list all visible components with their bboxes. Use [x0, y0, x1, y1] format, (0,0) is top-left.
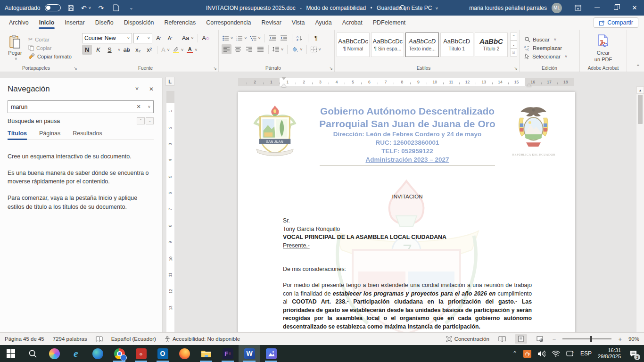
bullets-button[interactable]: ˅ [222, 33, 234, 43]
undo-dropdown-icon[interactable]: ˅ [89, 6, 91, 10]
zoom-slider[interactable] [562, 338, 611, 339]
tray-java-icon[interactable] [523, 350, 531, 358]
clear-search-icon[interactable]: ✕ [137, 104, 141, 110]
tab-acrobat[interactable]: Acrobat [337, 16, 368, 29]
taskbar-chrome-icon[interactable] [108, 345, 130, 362]
horizontal-ruler[interactable]: 21 123456789101112131415 161718 [238, 78, 574, 86]
tab-stop-selector[interactable]: L [165, 77, 174, 86]
read-mode-button[interactable] [496, 334, 508, 344]
replace-button[interactable]: bc Reemplazar [524, 45, 578, 51]
grow-font-button[interactable]: Aˆ [154, 33, 164, 43]
taskbar-pdfelement-icon[interactable]: F≡ [217, 345, 239, 362]
underline-button[interactable]: S [105, 45, 115, 55]
touch-mode-icon[interactable] [111, 3, 121, 13]
styles-more-icon[interactable]: ⍌ [510, 49, 517, 57]
shading-button[interactable]: ˅ [290, 44, 303, 54]
web-layout-button[interactable] [534, 334, 546, 344]
sort-button[interactable]: AZ [295, 33, 305, 43]
style-normal[interactable]: AaBbCcDc¶ Normal [337, 33, 370, 57]
collapse-ribbon-icon[interactable]: ⌃ [636, 64, 640, 70]
save-icon[interactable] [66, 3, 76, 13]
paragraph-dialog-launcher[interactable]: ↘ [329, 66, 333, 71]
zoom-slider-thumb[interactable] [590, 336, 592, 342]
navigation-pane-options-icon[interactable]: ˅ [135, 86, 139, 92]
language-indicator[interactable]: Español (Ecuador) [111, 336, 156, 342]
search-icon[interactable] [397, 3, 408, 13]
vertical-scrollbar[interactable]: ▲ [636, 86, 644, 332]
print-layout-button[interactable] [515, 334, 527, 344]
style-indent-text[interactable]: AaBbCcDTexto inde... [405, 33, 438, 57]
paste-dropdown-icon[interactable]: ˅ [15, 57, 17, 61]
nav-tab-resultados[interactable]: Resultados [73, 130, 102, 140]
focus-mode-button[interactable]: Concentración [446, 336, 489, 342]
autosave-toggle[interactable] [45, 4, 61, 11]
italic-button[interactable]: K [93, 45, 103, 55]
start-button[interactable] [0, 345, 22, 362]
shrink-font-button[interactable]: Aˇ [165, 33, 175, 43]
subscript-button[interactable]: x₂ [133, 45, 143, 55]
tab-revisar[interactable]: Revisar [256, 16, 286, 29]
minimize-button[interactable] [587, 0, 606, 16]
find-button[interactable]: Buscar˅ [524, 36, 578, 42]
restore-button[interactable] [606, 0, 625, 16]
tray-volume-icon[interactable] [537, 350, 545, 357]
paste-button[interactable]: Pegar ˅ [2, 32, 28, 64]
strikethrough-button[interactable]: ab [122, 45, 132, 55]
tab-insertar[interactable]: Insertar [59, 16, 90, 29]
styles-scroll-down-icon[interactable]: ⌄ [510, 41, 517, 49]
font-size-combo[interactable]: 7˅ [133, 33, 152, 43]
zoom-level[interactable]: 90% [628, 336, 639, 342]
search-options-dropdown-icon[interactable]: ˅ [145, 105, 150, 109]
justify-button[interactable] [256, 44, 265, 54]
tab-referencias[interactable]: Referencias [159, 16, 201, 29]
clear-formatting-button[interactable]: A◇ [201, 33, 211, 43]
taskbar-copilot-icon[interactable] [43, 345, 65, 362]
share-button[interactable]: Compartir [594, 17, 638, 28]
word-count[interactable]: 7294 palabras [53, 336, 87, 342]
line-spacing-button[interactable]: ˅ [272, 44, 284, 54]
tab-inicio[interactable]: Inicio [34, 16, 60, 29]
nav-tab-paginas[interactable]: Páginas [39, 130, 60, 140]
page-indicator[interactable]: Página 45 de 45 [5, 336, 44, 342]
show-marks-button[interactable]: ¶ [311, 33, 321, 43]
increase-indent-button[interactable] [279, 33, 289, 43]
nav-tab-titulos[interactable]: Títulos [8, 130, 27, 140]
font-color-button[interactable]: A˅ [186, 45, 198, 55]
qat-more-icon[interactable]: ⌄ [126, 3, 136, 13]
styles-scroll-up-icon[interactable]: ⌃ [510, 33, 517, 41]
format-painter-button[interactable]: Copiar formato [28, 53, 72, 59]
notification-center-icon[interactable]: 3 [627, 347, 639, 360]
taskbar-edge-icon[interactable] [87, 345, 108, 362]
taskbar-word-icon[interactable]: W [239, 345, 260, 362]
navigation-search-box[interactable]: marun ✕ ˅ [8, 100, 154, 113]
clipboard-dialog-launcher[interactable]: ↘ [74, 66, 77, 71]
decrease-indent-button[interactable] [268, 33, 278, 43]
taskbar-internet-explorer-icon[interactable]: e [65, 345, 87, 362]
tray-show-hidden-icon[interactable]: ⌃ [512, 350, 517, 357]
underline-dropdown-icon[interactable]: ˅ [118, 48, 120, 52]
styles-dialog-launcher[interactable]: ↘ [514, 66, 518, 71]
copy-button[interactable]: Copiar [28, 45, 72, 51]
change-case-button[interactable]: Aa˅ [181, 33, 195, 43]
highlight-color-button[interactable]: ˅ [172, 45, 184, 55]
tray-clock[interactable]: 16:31 29/8/2025 [598, 347, 621, 360]
ribbon-display-options-icon[interactable] [569, 0, 587, 16]
taskbar-firefox-icon[interactable] [173, 345, 195, 362]
avatar[interactable]: ML [552, 3, 562, 13]
align-center-button[interactable] [233, 44, 243, 54]
tray-connect-icon[interactable]: ¹ [566, 350, 574, 357]
tab-disposicion[interactable]: Disposición [119, 16, 159, 29]
document-page[interactable]: 7 [238, 92, 575, 332]
tab-ayuda[interactable]: Ayuda [310, 16, 337, 29]
zoom-out-button[interactable]: − [553, 336, 556, 343]
select-button[interactable]: Seleccionar˅ [524, 53, 578, 59]
font-dialog-launcher[interactable]: ↘ [213, 66, 217, 71]
taskbar-outlook-icon[interactable]: O [152, 345, 173, 362]
borders-button[interactable]: ˅ [310, 44, 322, 54]
taskbar-search-button[interactable] [22, 345, 43, 362]
right-indent-marker[interactable] [527, 81, 531, 87]
numbering-button[interactable]: 123˅ [235, 33, 248, 43]
tab-correspondencia[interactable]: Correspondencia [201, 16, 256, 29]
redo-icon[interactable]: ↷ [96, 3, 106, 13]
style-no-spacing[interactable]: AaBbCcDc¶ Sin espa... [371, 33, 404, 57]
